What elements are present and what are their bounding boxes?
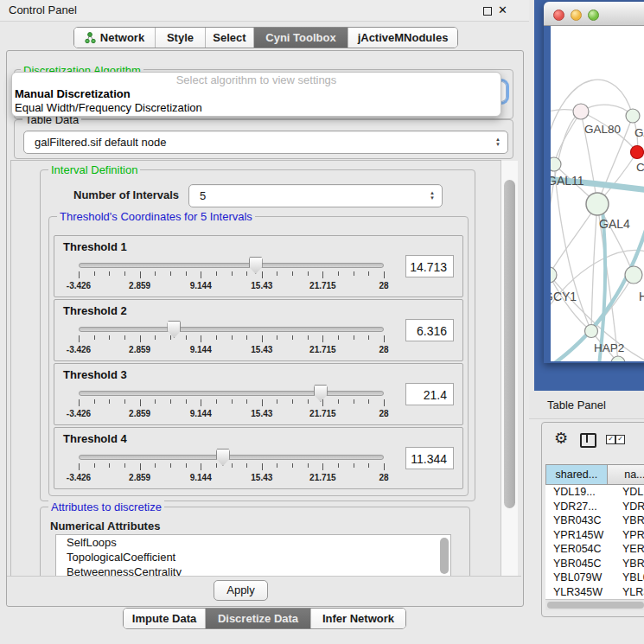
tab-jactivemnodules[interactable]: jActiveMNodules xyxy=(348,28,457,48)
number-of-intervals-spinner[interactable]: 5 ▲▼ xyxy=(188,184,443,207)
table-row[interactable]: YPR145WYPR1 xyxy=(545,528,644,543)
network-node[interactable] xyxy=(586,193,609,215)
cell-shared-name[interactable]: YBL079W xyxy=(545,571,613,585)
node-attribute-table[interactable]: shared... na... YDL19...YDL1YDR27...YDR2… xyxy=(545,464,644,601)
network-node[interactable] xyxy=(625,266,642,284)
cell-name[interactable]: YBR0 xyxy=(613,513,644,528)
cell-name[interactable]: YPR1 xyxy=(613,528,644,543)
table-row[interactable]: YBR043CYBR0 xyxy=(545,513,644,528)
table-row[interactable]: YBL079WYBL0 xyxy=(545,571,644,585)
cell-shared-name[interactable]: YLR345W xyxy=(545,585,613,600)
threshold-3-slider-thumb[interactable] xyxy=(314,385,328,402)
network-node[interactable] xyxy=(573,104,589,119)
tick-mark xyxy=(354,463,354,468)
tick-mark xyxy=(262,399,263,406)
network-node[interactable] xyxy=(626,109,640,123)
tab-select[interactable]: Select xyxy=(206,28,254,48)
network-edge[interactable] xyxy=(554,112,581,164)
column-header-name[interactable]: na... xyxy=(608,464,644,485)
tick-mark xyxy=(140,463,141,470)
cell-name[interactable]: YDR2 xyxy=(613,500,644,514)
attribute-list-item[interactable]: SelfLoops xyxy=(56,535,450,550)
show-columns-icon[interactable] xyxy=(580,433,596,448)
network-node[interactable] xyxy=(585,325,598,338)
cell-shared-name[interactable]: YPR145W xyxy=(545,528,613,543)
cell-name[interactable]: YDL1 xyxy=(613,485,644,500)
cell-name[interactable]: YER0 xyxy=(613,542,644,557)
tab-infer-network[interactable]: Infer Network xyxy=(311,609,405,628)
tab-cyni-toolbox[interactable]: Cyni Toolbox xyxy=(254,28,348,48)
network-node[interactable] xyxy=(551,157,561,171)
cell-shared-name[interactable]: YER054C xyxy=(545,542,613,557)
threshold-1-value-field[interactable]: 14.713 xyxy=(405,255,454,277)
column-header-shared-name[interactable]: shared... xyxy=(545,464,608,485)
tick-mark xyxy=(216,271,217,276)
table-row[interactable]: YLR345WYLR3 xyxy=(545,585,644,600)
cell-shared-name[interactable]: YDL19... xyxy=(545,485,613,500)
cell-shared-name[interactable]: YDR27... xyxy=(545,500,613,514)
network-node[interactable] xyxy=(551,267,557,283)
network-edge[interactable] xyxy=(551,204,597,275)
select-all-checkbox-icon[interactable]: ✓ xyxy=(606,435,615,444)
tick-mark xyxy=(79,463,80,470)
scrollbar-thumb[interactable] xyxy=(547,602,644,609)
tab-style[interactable]: Style xyxy=(156,28,206,48)
tab-network[interactable]: Network xyxy=(74,28,156,48)
select-checkbox-icon[interactable]: ✓ xyxy=(615,435,625,444)
dropdown-option-equal-width-frequency[interactable]: Equal Width/Frequency Discretization xyxy=(12,101,501,115)
scale-label: 2.859 xyxy=(129,409,150,418)
network-edge[interactable] xyxy=(591,204,597,331)
tick-mark xyxy=(292,335,293,340)
table-row[interactable]: YBR045CYBR0 xyxy=(545,557,644,571)
threshold-3-slider-track[interactable] xyxy=(79,391,384,396)
minimize-traffic-light-icon[interactable] xyxy=(571,10,582,21)
threshold-3-value-field[interactable]: 21.4 xyxy=(405,383,454,405)
gear-icon[interactable]: ⚙ xyxy=(554,429,568,448)
float-window-icon[interactable] xyxy=(483,7,492,16)
cell-name[interactable]: YBL0 xyxy=(613,571,644,585)
network-edge[interactable] xyxy=(554,164,591,331)
tick-mark xyxy=(94,271,95,276)
threshold-1-box: Threshold 1 14.713 -3.4262.8599.14415.43… xyxy=(54,235,463,297)
tick-mark xyxy=(322,399,323,406)
thresholds-group-title: Threshold's Coordinates for 5 Intervals xyxy=(57,210,255,223)
table-data-combobox[interactable]: galFiltered.sif default node ▲▼ xyxy=(23,131,508,154)
threshold-4-slider-track[interactable] xyxy=(79,455,384,460)
table-row[interactable]: YER054CYER0 xyxy=(545,542,644,557)
zoom-traffic-light-icon[interactable] xyxy=(588,10,599,21)
table-horizontal-scrollbar[interactable] xyxy=(545,599,644,610)
apply-button[interactable]: Apply xyxy=(214,580,268,601)
numerical-attributes-label: Numerical Attributes xyxy=(50,520,160,532)
network-canvas[interactable]: GAL80GACGAL11GAL4GCY1HHAP2 xyxy=(551,26,644,361)
cell-shared-name[interactable]: YBR045C xyxy=(545,557,613,571)
tick-mark xyxy=(277,463,277,468)
scrollbar-thumb[interactable] xyxy=(504,180,515,508)
close-icon[interactable]: ✕ xyxy=(498,3,507,16)
tick-mark xyxy=(277,335,277,340)
threshold-2-slider-thumb[interactable] xyxy=(167,321,181,338)
dropdown-option-manual-discretization[interactable]: Manual Discretization xyxy=(12,87,501,101)
network-window-titlebar[interactable] xyxy=(544,2,644,26)
attribute-list-item[interactable]: TopologicalCoefficient xyxy=(56,550,450,564)
threshold-2-value-field[interactable]: 6.316 xyxy=(405,319,454,341)
threshold-1-slider-thumb[interactable] xyxy=(249,257,263,274)
cell-name[interactable]: YLR3 xyxy=(613,585,644,600)
tick-mark xyxy=(155,463,156,468)
threshold-1-slider-track[interactable] xyxy=(79,263,384,268)
threshold-4-value-field[interactable]: 11.344 xyxy=(405,447,454,469)
network-node[interactable] xyxy=(631,146,644,159)
tab-discretize-data[interactable]: Discretize Data xyxy=(206,609,311,628)
scrollbar-thumb[interactable] xyxy=(440,538,449,574)
network-node-label: H xyxy=(639,290,644,303)
table-row[interactable]: YDL19...YDL1 xyxy=(545,485,644,500)
table-row[interactable]: YDR27...YDR2 xyxy=(545,500,644,514)
settings-vertical-scrollbar[interactable] xyxy=(501,161,518,576)
cell-shared-name[interactable]: YBR043C xyxy=(545,513,613,528)
cell-name[interactable]: YBR0 xyxy=(613,557,644,571)
tab-impute-data[interactable]: Impute Data xyxy=(124,609,206,628)
threshold-2-slider-track[interactable] xyxy=(79,327,384,332)
threshold-4-slider-thumb[interactable] xyxy=(216,449,230,466)
close-traffic-light-icon[interactable] xyxy=(553,10,564,21)
tick-mark xyxy=(201,463,201,470)
tick-mark xyxy=(79,399,80,406)
